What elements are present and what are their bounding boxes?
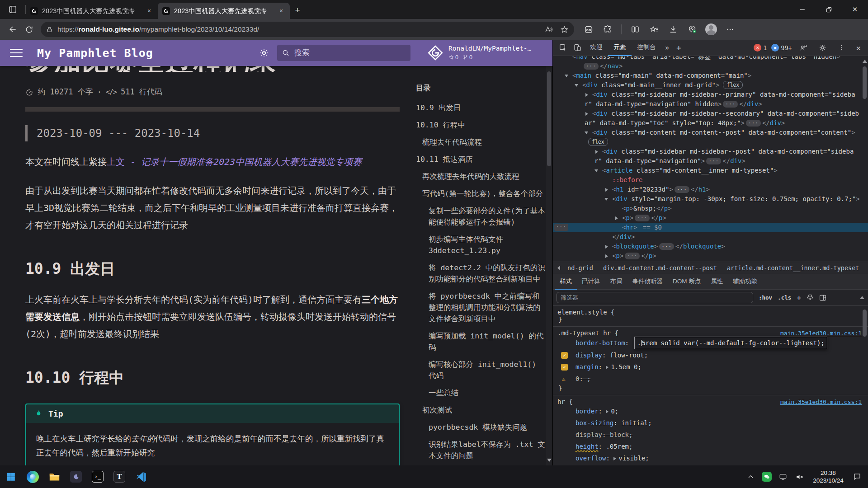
taskbar-edge-icon[interactable] (22, 465, 43, 488)
settings-more-icon[interactable] (722, 22, 738, 37)
toc-item[interactable]: pyorbbecsdk 模块缺失问题 (416, 422, 545, 433)
css-property[interactable]: box-sizing: initial; (557, 417, 862, 429)
dom-tree-node[interactable]: ···</nav> (553, 61, 868, 71)
expand-arrow-icon[interactable] (594, 166, 602, 175)
close-button[interactable]: ✕ (842, 0, 868, 19)
expand-arrow-icon[interactable] (585, 90, 592, 99)
dom-tree-node[interactable]: <div class="md-main__inner md-grid">flex (553, 80, 868, 90)
inspect-element-icon[interactable] (556, 41, 570, 55)
breadcrumb-item[interactable]: nd-grid (567, 264, 593, 272)
css-source-link[interactable]: main.35e1ed30.min.css:1 (776, 330, 862, 337)
search-box[interactable] (277, 45, 410, 61)
css-property[interactable]: ✓display: flow-root; (557, 349, 862, 361)
browser-tab-2-active[interactable]: 2023中国机器人大赛先进视觉专 × (158, 3, 290, 19)
dom-tree-node[interactable]: <article class="md-content__inner md-typ… (553, 166, 868, 175)
favorites-menu-icon[interactable] (646, 22, 662, 37)
dom-tree-node[interactable]: <blockquote>···</blockquote> (553, 242, 868, 251)
expand-arrow-icon[interactable] (604, 242, 612, 251)
extension-robot-icon[interactable] (580, 22, 597, 37)
dom-tree-node[interactable]: ···<hr>== $0 (553, 223, 868, 232)
toc-item[interactable]: 编写预加载 init_model() 的代码 (416, 330, 545, 353)
more-tabs-icon[interactable]: » (661, 44, 673, 52)
styles-tab-DOM 断点[interactable]: DOM 断点 (668, 274, 706, 290)
prev-post-link[interactable]: 上文 - 记录十一假期准备2023中国机器人大赛先进视觉专项赛 (107, 156, 362, 167)
console-error-badge[interactable]: ×1 (754, 44, 767, 52)
property-checkbox[interactable]: ✓ (561, 352, 568, 359)
dom-tree-node[interactable]: <div class="md-sidebar md-sidebar--secon… (553, 109, 868, 128)
expand-arrow-icon[interactable] (614, 213, 622, 223)
property-checkbox[interactable]: ✓ (561, 364, 568, 371)
elements-scrollbar[interactable] (862, 58, 867, 99)
browser-tab-1[interactable]: 2023中国机器人大赛先进视觉专 × (26, 3, 158, 19)
computed-sidebar-icon[interactable] (819, 294, 826, 301)
styles-tab-已计算[interactable]: 已计算 (577, 274, 605, 290)
dom-tree-node[interactable]: <p>···</p> (553, 261, 868, 262)
css-property[interactable]: overflow: visible; (557, 452, 862, 464)
expand-arrow-icon[interactable] (594, 147, 602, 156)
breadcrumb-item[interactable]: div.md-content.md-content--post (603, 264, 717, 272)
tray-chevron-up-icon[interactable] (742, 465, 759, 488)
dom-tree-node[interactable]: <div style="margin-top: -30px; font-size… (553, 194, 868, 204)
new-tab-button[interactable]: + (290, 4, 305, 17)
search-input[interactable] (294, 48, 406, 57)
taskbar-clock[interactable]: 20:38 2023/10/24 (807, 469, 849, 484)
class-toggle[interactable]: .cls (778, 294, 791, 301)
rendering-brush-icon[interactable] (807, 294, 814, 301)
dom-tree-node[interactable]: <p>&nbsp;</p> (553, 204, 868, 213)
browser-essentials-icon[interactable] (684, 22, 700, 37)
css-property[interactable]: border: 0; (557, 405, 862, 417)
css-selector[interactable]: .md-typeset hr { (557, 329, 618, 337)
tray-network-icon[interactable] (775, 465, 791, 488)
theme-toggle-icon[interactable] (257, 46, 271, 60)
menu-hamburger-icon[interactable] (10, 48, 23, 58)
styles-tab-事件侦听器[interactable]: 事件侦听器 (627, 274, 668, 290)
downloads-icon[interactable] (665, 22, 681, 37)
css-property[interactable]: border-bottom: .5rem solid var(--md-defa… (557, 337, 862, 349)
expand-arrow-icon[interactable] (604, 251, 612, 261)
dom-tree-node[interactable]: ::before (553, 175, 868, 185)
extensions-puzzle-icon[interactable] (599, 22, 616, 37)
styles-scrollbar[interactable] (862, 310, 867, 337)
read-aloud-icon[interactable] (544, 25, 553, 34)
refresh-icon[interactable] (21, 22, 37, 37)
css-source-link[interactable]: main.35e1ed30.min.css:1 (776, 399, 862, 405)
toc-item[interactable]: 识别结果label不保存为 .txt 文本文件的问题 (416, 439, 545, 461)
split-screen-icon[interactable] (627, 22, 643, 37)
dom-tree-node[interactable]: <nav class="md-tabs" aria-label="标签" dat… (553, 56, 868, 61)
toc-item[interactable]: 写代码(第一轮比赛)，整合各个部分 (416, 188, 545, 199)
toc-item[interactable]: 初次测试 (416, 404, 545, 416)
toc-item[interactable]: 复制一些必要部分的文件(为了基本能使得能够运行不会报错) (416, 205, 545, 228)
dom-tree-node[interactable]: <p>···</p> (553, 251, 868, 261)
toc-item[interactable]: 10.11 抵达酒店 (416, 154, 545, 165)
expand-arrow-icon[interactable] (604, 185, 612, 194)
devtools-tab-欢迎[interactable]: 欢迎 (585, 40, 608, 56)
css-property[interactable]: ✓margin: 1.5em 0; (557, 361, 862, 373)
taskbar-terminal-icon[interactable]: ›_ (87, 465, 108, 488)
css-property[interactable]: height: .05rem; (557, 441, 862, 452)
devtools-close-icon[interactable]: ✕ (854, 43, 863, 52)
scrollbar-thumb[interactable] (547, 71, 551, 166)
pseudo-state-toggle[interactable]: :hov (759, 294, 772, 301)
device-toolbar-icon[interactable] (570, 41, 585, 55)
minimize-button[interactable] (789, 0, 816, 19)
tray-volume-muted-icon[interactable] (791, 465, 807, 488)
node-menu-dots-icon[interactable]: ··· (554, 224, 568, 231)
styles-scroll-up-icon[interactable] (860, 296, 864, 299)
dom-tree-node[interactable]: <div class="md-sidebar md-sidebar--prima… (553, 90, 868, 109)
taskbar-vscode-icon[interactable] (130, 465, 152, 488)
breadcrumb-item[interactable]: article.md-content__inner.md-typeset (727, 264, 859, 272)
expand-arrow-icon[interactable] (565, 71, 572, 80)
favorite-star-icon[interactable] (560, 25, 569, 34)
tab-close-icon[interactable]: × (145, 7, 153, 15)
css-selector[interactable]: hr { (557, 398, 573, 405)
styles-tab-辅助功能[interactable]: 辅助功能 (728, 274, 762, 290)
taskbar-typora-icon[interactable]: T (108, 465, 130, 488)
expand-arrow-icon[interactable] (575, 80, 582, 90)
new-style-rule-icon[interactable]: + (797, 293, 801, 302)
dom-tree-node[interactable]: <p>···</p> (553, 213, 868, 223)
tab-actions-icon[interactable] (0, 0, 25, 19)
console-message-badge[interactable]: ▪99+ (771, 44, 792, 52)
start-button-icon[interactable] (0, 465, 22, 488)
devtools-tab-控制台[interactable]: 控制台 (632, 40, 661, 56)
toc-item[interactable]: 将 pyorbbecsdk 中之前编写和整理的相机调用功能和分割算法的文件整合到… (416, 291, 545, 324)
